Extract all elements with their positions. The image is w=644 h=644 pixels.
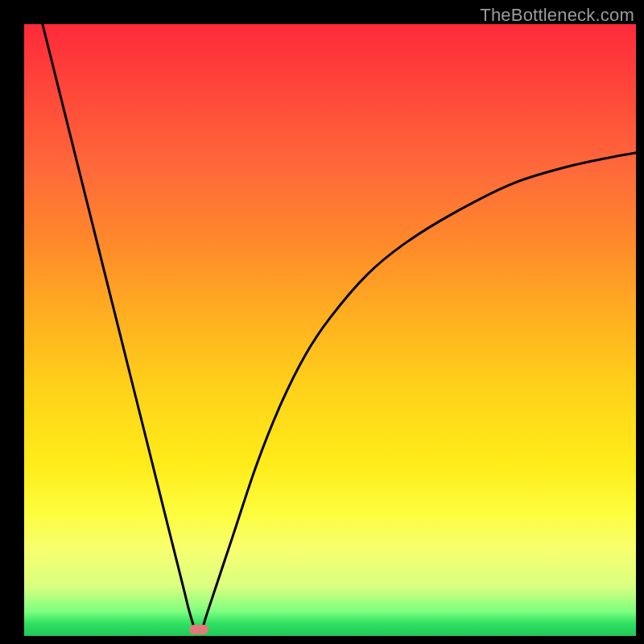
optimal-marker (189, 625, 208, 634)
watermark-text: TheBottleneck.com (480, 5, 634, 26)
plot-area (24, 24, 636, 636)
bottleneck-curve (24, 24, 636, 636)
chart-frame: TheBottleneck.com (0, 0, 644, 644)
curve-path (43, 24, 636, 632)
